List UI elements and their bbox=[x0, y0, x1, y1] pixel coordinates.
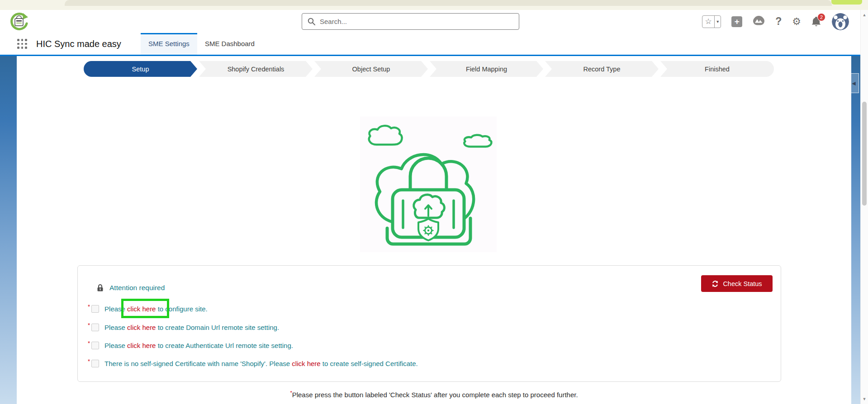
required-asterisk: * bbox=[88, 358, 90, 364]
tab-sme-dashboard[interactable]: SME Dashboard bbox=[197, 33, 262, 55]
footer-note-text: Please press the button labeled 'Check S… bbox=[292, 391, 578, 399]
page-content: Setup Shopify Credentials Object Setup F… bbox=[0, 56, 868, 404]
search-icon bbox=[308, 18, 315, 25]
notifications-bell-icon[interactable]: 2 bbox=[811, 16, 821, 27]
item-text: There is no self-signed Certificate with… bbox=[104, 360, 292, 367]
setup-gear-icon[interactable]: ⚙ bbox=[792, 17, 801, 27]
tab-sme-settings[interactable]: SME Settings bbox=[141, 33, 197, 55]
item-text: to create Domain Url remote site setting… bbox=[156, 324, 279, 331]
browser-tab-band bbox=[65, 0, 832, 6]
scrollbar-thumb[interactable] bbox=[862, 102, 867, 206]
lock-icon bbox=[97, 284, 104, 292]
required-asterisk: * bbox=[88, 304, 90, 309]
scroll-down-icon[interactable]: ▼ bbox=[861, 397, 868, 401]
app-name: HIC Sync made easy bbox=[36, 33, 121, 55]
click-here-link[interactable]: click here bbox=[127, 324, 156, 331]
favorites-control[interactable]: ☆ ▾ bbox=[702, 15, 721, 28]
app-logo-icon bbox=[9, 11, 29, 32]
checklist-item: * There is no self-signed Certificate wi… bbox=[88, 358, 418, 368]
attention-panel: Attention required Check Status * Please… bbox=[77, 265, 781, 382]
checkbox[interactable] bbox=[91, 360, 99, 367]
click-here-link[interactable]: click here bbox=[127, 342, 156, 349]
main-area: Setup Shopify Credentials Object Setup F… bbox=[17, 56, 851, 404]
path-step-field-mapping[interactable]: Field Mapping bbox=[430, 61, 543, 77]
panel-title: Attention required bbox=[109, 284, 165, 292]
app-nav-bar: HIC Sync made easy SME Settings SME Dash… bbox=[0, 33, 868, 56]
item-text: to create Authenticate Url remote site s… bbox=[156, 342, 293, 349]
checklist-item: * Please click here to create Domain Url… bbox=[88, 322, 279, 332]
path-step-shopify-credentials[interactable]: Shopify Credentials bbox=[199, 61, 313, 77]
checkbox[interactable] bbox=[91, 324, 99, 331]
vertical-scrollbar[interactable]: ▲ ▼ bbox=[860, 10, 868, 404]
footer-note: *Please press the button labeled 'Check … bbox=[17, 390, 851, 399]
background-strip-left bbox=[0, 56, 17, 404]
global-add-button[interactable]: + bbox=[731, 16, 742, 27]
path-step-label: Finished bbox=[705, 66, 730, 73]
path-step-finished[interactable]: Finished bbox=[660, 61, 774, 77]
item-text: Please bbox=[104, 324, 127, 331]
path-step-setup[interactable]: Setup bbox=[84, 61, 197, 77]
collapse-arrow-icon: ◀ bbox=[852, 80, 855, 86]
notification-badge: 2 bbox=[817, 13, 825, 21]
favorites-star-icon[interactable]: ☆ bbox=[702, 16, 714, 28]
global-header: Search... ☆ ▾ + ? ⚙ 2 bbox=[0, 10, 868, 33]
browser-top-strip bbox=[0, 0, 868, 10]
item-text: to create self-signed Certificate. bbox=[321, 360, 418, 367]
security-cloud-illustration bbox=[360, 117, 497, 252]
annotation-highlight-rectangle bbox=[121, 299, 169, 318]
check-status-button[interactable]: Check Status bbox=[701, 275, 773, 292]
collapse-panel-handle[interactable]: ◀ bbox=[849, 73, 859, 93]
checklist-item: * Please click here to create Authentica… bbox=[88, 340, 293, 350]
background-strip-right bbox=[851, 56, 860, 404]
search-input[interactable]: Search... bbox=[302, 13, 519, 30]
item-text: Please bbox=[104, 342, 127, 349]
path-step-label: Setup bbox=[132, 66, 149, 73]
click-here-link[interactable]: click here bbox=[292, 360, 320, 367]
path-step-label: Shopify Credentials bbox=[228, 66, 285, 73]
refresh-icon bbox=[711, 280, 719, 287]
browser-green-pill bbox=[831, 0, 862, 5]
favorites-caret-icon[interactable]: ▾ bbox=[714, 16, 721, 28]
check-status-label: Check Status bbox=[723, 280, 762, 287]
path-step-label: Record Type bbox=[583, 66, 621, 73]
help-icon[interactable]: ? bbox=[775, 15, 782, 28]
trailhead-icon[interactable] bbox=[753, 15, 765, 28]
path-step-record-type[interactable]: Record Type bbox=[545, 61, 659, 77]
required-asterisk: * bbox=[88, 340, 90, 346]
path-step-object-setup[interactable]: Object Setup bbox=[314, 61, 428, 77]
avatar[interactable] bbox=[832, 13, 849, 30]
search-placeholder: Search... bbox=[320, 18, 347, 25]
checkbox[interactable] bbox=[91, 305, 99, 313]
required-asterisk: * bbox=[88, 322, 90, 328]
path-step-label: Object Setup bbox=[352, 66, 390, 73]
scroll-up-icon[interactable]: ▲ bbox=[861, 13, 868, 17]
checkbox[interactable] bbox=[91, 342, 99, 349]
setup-progress-path: Setup Shopify Credentials Object Setup F… bbox=[84, 61, 774, 77]
app-launcher-icon[interactable] bbox=[17, 39, 28, 49]
path-step-label: Field Mapping bbox=[466, 66, 507, 73]
nav-tabs: SME Settings SME Dashboard bbox=[141, 33, 262, 55]
